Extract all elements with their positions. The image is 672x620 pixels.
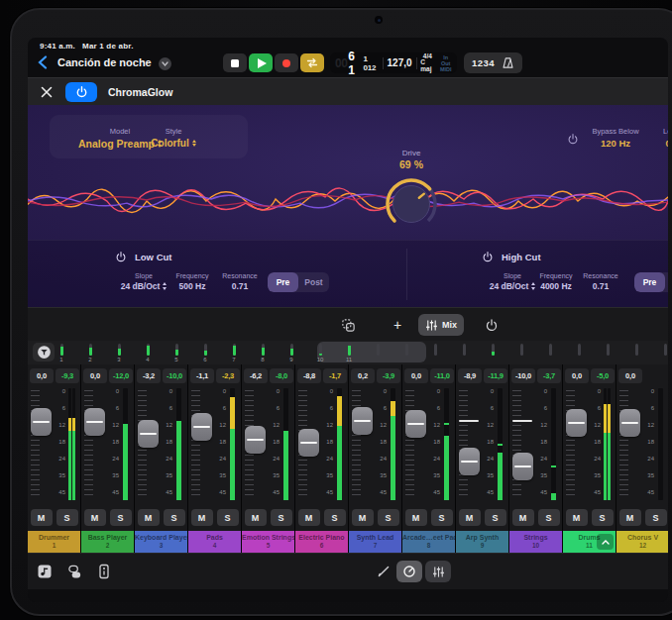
mute-button[interactable]: M (459, 509, 481, 526)
channel-volume-value[interactable]: 0,0 (83, 368, 107, 383)
solo-button[interactable]: S (271, 509, 292, 526)
level-control[interactable]: Level 0.0 (652, 127, 668, 149)
channel-fader[interactable] (298, 429, 319, 457)
plugin-power-button[interactable] (65, 82, 97, 102)
overview-track-meter[interactable] (578, 344, 581, 356)
channel-fader[interactable] (459, 448, 480, 475)
track-banner[interactable]: Electric Piano6 (295, 531, 348, 553)
solo-button[interactable]: S (431, 509, 453, 526)
track-banner[interactable]: Drums11 (563, 531, 616, 553)
solo-button[interactable]: S (56, 509, 78, 526)
channel-volume-value[interactable]: -10,0 (511, 368, 535, 383)
channel-fader-zone[interactable]: 061218243545 (509, 386, 562, 507)
mute-button[interactable]: M (512, 509, 534, 526)
lcd-display[interactable]: 00 6 1 1 012 127,0 4/4C maj In OutMIDI (330, 52, 457, 73)
track-banner[interactable]: Drummer1 (28, 531, 80, 553)
solo-button[interactable]: S (378, 509, 399, 526)
edit-button[interactable] (375, 563, 392, 580)
track-banner[interactable]: Arcade…eet Pad8 (402, 531, 455, 553)
solo-button[interactable]: S (592, 509, 614, 526)
overview-track-meter[interactable] (290, 344, 293, 356)
channel-volume-value[interactable]: 0,0 (404, 368, 428, 383)
drive-knob[interactable] (384, 176, 439, 232)
track-overview-strip[interactable]: 1234567891011 (28, 341, 668, 364)
channel-fader[interactable] (245, 426, 266, 454)
channel-fader-zone[interactable]: 061218243545 (616, 386, 668, 507)
overview-track-meter[interactable] (204, 344, 207, 356)
bypass-below-control[interactable]: Bypass Below 120 Hz (585, 127, 646, 149)
channel-volume-value[interactable]: -8,8 (297, 368, 321, 383)
record-button[interactable] (275, 53, 298, 72)
mute-button[interactable]: M (566, 509, 588, 526)
close-plugin-icon[interactable] (41, 86, 53, 98)
mute-button[interactable]: M (298, 509, 320, 526)
solo-button[interactable]: S (485, 509, 506, 526)
channel-volume-value[interactable]: -3,2 (137, 368, 161, 383)
solo-button[interactable]: S (164, 509, 185, 526)
mute-button[interactable]: M (352, 509, 374, 526)
channel-volume-value[interactable]: 0,0 (30, 368, 54, 383)
channel-fader-zone[interactable]: 061218243545 (456, 386, 508, 507)
post-button[interactable]: Post (298, 272, 329, 292)
filter-button[interactable] (33, 343, 55, 362)
overview-track-meter[interactable] (664, 344, 667, 356)
overview-track-meter[interactable] (147, 344, 150, 356)
mixer-power-button[interactable] (479, 314, 504, 336)
pre-button[interactable]: Pre (634, 272, 665, 292)
overview-track-meter[interactable] (348, 344, 351, 356)
solo-button[interactable]: S (324, 509, 346, 526)
low-cut-power-icon[interactable] (115, 251, 127, 262)
channel-fader-zone[interactable]: 061218243545 (349, 386, 401, 507)
solo-button[interactable]: S (538, 509, 560, 526)
high-cut-resonance[interactable]: Resonance 0.71 (575, 272, 626, 291)
overview-track-meter[interactable] (607, 344, 610, 356)
mute-button[interactable]: M (138, 509, 160, 526)
channel-fader[interactable] (352, 407, 373, 435)
track-banner[interactable]: Arp Synth9 (456, 531, 508, 553)
overview-track-meter[interactable] (463, 344, 466, 356)
overview-track-meter[interactable] (233, 344, 236, 356)
solo-button[interactable]: S (217, 509, 239, 526)
collapse-track-button[interactable] (597, 534, 614, 550)
overview-track-meter[interactable] (60, 344, 63, 356)
track-banner[interactable]: Keyboard Player3 (135, 531, 187, 553)
pre-button[interactable]: Pre (268, 272, 298, 292)
song-title[interactable]: Canción de noche (57, 56, 152, 68)
stepper-icon[interactable] (192, 140, 196, 148)
stop-button[interactable] (223, 53, 247, 72)
high-cut-power-icon[interactable] (482, 251, 494, 262)
mute-button[interactable]: M (84, 509, 106, 526)
channel-volume-value[interactable]: -6,2 (244, 368, 268, 383)
back-icon[interactable] (38, 55, 48, 69)
low-cut-resonance[interactable]: Resonance 0.71 (214, 272, 266, 291)
overview-visible-region[interactable] (317, 342, 426, 362)
overview-track-meter[interactable] (549, 344, 552, 356)
channel-volume-value[interactable]: 0,2 (351, 368, 375, 383)
track-banner[interactable]: Emotion Strings5 (242, 531, 294, 553)
channel-fader-zone[interactable]: 061218243545 (563, 386, 616, 507)
overview-track-meter[interactable] (319, 344, 322, 356)
mute-button[interactable]: M (405, 509, 427, 526)
plugins-button[interactable] (65, 563, 83, 580)
channel-fader[interactable] (566, 409, 587, 437)
low-cut-frequency[interactable]: Frequency 500 Hz (165, 272, 220, 291)
mute-button[interactable]: M (619, 509, 641, 526)
metronome-icon[interactable] (502, 56, 514, 69)
add-track-button[interactable]: + (385, 314, 410, 336)
overview-track-meter[interactable] (118, 344, 121, 356)
channel-fader[interactable] (138, 420, 159, 448)
overview-track-meter[interactable] (377, 344, 380, 356)
channel-fader[interactable] (619, 409, 640, 437)
controls-view-button[interactable] (396, 561, 422, 582)
channel-fader-zone[interactable]: 061218243545 (81, 386, 134, 507)
channel-fader[interactable] (512, 453, 533, 480)
style-selector[interactable]: Style Colorful (139, 127, 208, 149)
overview-track-meter[interactable] (405, 344, 408, 356)
channel-fader[interactable] (191, 413, 212, 441)
overview-track-meter[interactable] (434, 344, 437, 356)
mute-button[interactable]: M (31, 509, 53, 526)
channel-volume-value[interactable]: 0,0 (565, 368, 589, 383)
track-banner[interactable]: Bass Player2 (81, 531, 134, 553)
channel-volume-value[interactable]: -8,9 (458, 368, 482, 383)
mixer-view-button[interactable] (425, 561, 451, 582)
